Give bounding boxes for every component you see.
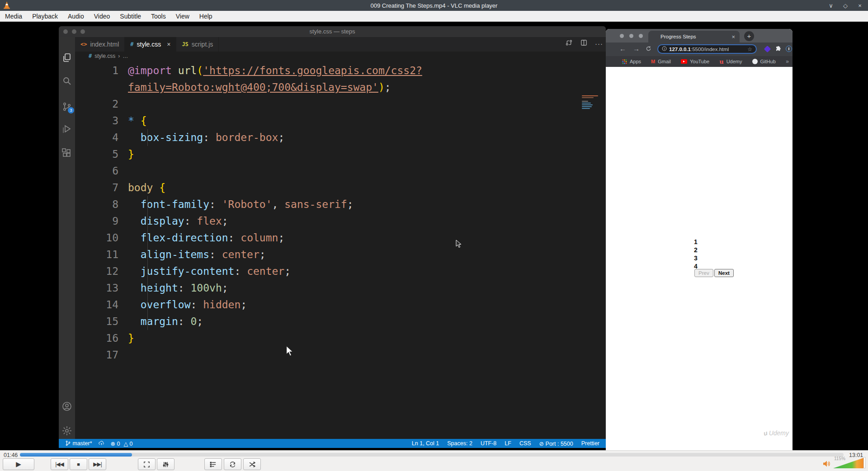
account-icon[interactable] [61, 401, 72, 412]
next-button[interactable]: Next [714, 269, 734, 277]
traffic-light-close-icon[interactable] [620, 34, 624, 38]
settings-gear-icon[interactable] [61, 425, 72, 436]
bookmark-github[interactable]: GitHub [752, 59, 776, 64]
extended-settings-button[interactable] [157, 458, 175, 470]
video-surface[interactable]: style.css — steps 3 [0, 22, 868, 450]
tab-style-css[interactable]: # style.css × [125, 37, 176, 52]
bookmark-youtube[interactable]: YouTube [681, 59, 709, 64]
menu-help[interactable]: Help [194, 13, 217, 20]
git-branch-status[interactable]: master* [65, 440, 92, 447]
next-button[interactable]: ▶▶| [89, 458, 106, 470]
loop-button[interactable] [224, 458, 241, 470]
line-number: 17 [75, 347, 118, 363]
source-control-icon[interactable]: 3 [61, 101, 72, 112]
vscode-status-bar: master* ⊗ 0 △ 0 Ln 1, Col 1Spaces: 2UTF-… [59, 439, 606, 448]
back-icon[interactable]: ← [619, 45, 626, 52]
chevron-right-icon: › [118, 53, 120, 59]
publish-changes-icon[interactable] [99, 440, 104, 447]
tab-script-js[interactable]: JS script.js [176, 37, 219, 52]
errors-status[interactable]: ⊗ 0 [111, 440, 120, 447]
volume-speaker-icon[interactable] [823, 460, 831, 467]
search-icon[interactable] [61, 75, 72, 86]
extension-icon[interactable] [764, 46, 771, 53]
bookmarks-overflow-icon[interactable]: » [786, 58, 789, 65]
browser-menu-icon[interactable] [786, 46, 792, 52]
html-file-icon: <> [80, 41, 87, 47]
line-number: 4 [75, 129, 118, 146]
run-debug-icon[interactable] [61, 124, 72, 135]
shuffle-button[interactable] [243, 458, 261, 470]
vlc-window: 009 Creating The Steps.mp4 - VLC media p… [0, 0, 868, 471]
forward-icon[interactable]: → [633, 45, 640, 52]
bookmark-udemy[interactable]: u Udemy [719, 58, 742, 65]
status-item[interactable]: Spaces: 2 [447, 440, 472, 447]
status-item[interactable]: CSS [519, 440, 531, 447]
stop-button[interactable]: ■ [70, 458, 87, 470]
seek-bar[interactable] [20, 453, 844, 457]
tab-close-icon[interactable]: × [167, 41, 170, 48]
url-text: 127.0.0.1:5500/index.html [669, 47, 729, 52]
code-line: 6 [75, 163, 606, 179]
open-changes-icon[interactable] [565, 39, 573, 48]
status-item[interactable]: Prettier [581, 440, 599, 447]
css-file-icon: # [130, 41, 133, 47]
status-item[interactable]: Ln 1, Col 1 [412, 440, 439, 447]
warnings-status[interactable]: △ 0 [123, 440, 132, 447]
bookmark-gmail[interactable]: M Gmail [651, 59, 671, 64]
udemy-icon: u [719, 58, 723, 65]
extensions-icon[interactable] [61, 148, 72, 159]
code-line: 8 font-family: 'Roboto', sans-serif; [75, 196, 606, 213]
close-button[interactable]: × [856, 2, 863, 9]
bookmark-star-icon[interactable]: ☆ [747, 46, 752, 52]
line-number: 14 [75, 297, 118, 313]
menu-video[interactable]: Video [89, 13, 115, 20]
volume-percent: 115% [834, 456, 845, 461]
step-number: 2 [693, 246, 698, 254]
vscode-window-title: style.css — steps [59, 28, 606, 35]
menu-audio[interactable]: Audio [63, 13, 89, 20]
code-editor[interactable]: 1@import url('https://fonts.googleapis.c… [75, 62, 606, 439]
menu-subtitle[interactable]: Subtitle [115, 13, 146, 20]
menu-view[interactable]: View [171, 13, 194, 20]
maximize-button[interactable]: ◇ [842, 2, 849, 9]
line-number: 10 [75, 230, 118, 246]
previous-button[interactable]: |◀◀ [51, 458, 68, 470]
web-page[interactable]: 1234 Prev Next uUdemy [606, 67, 793, 450]
code-line: 15 margin: 0; [75, 313, 606, 330]
line-number: 15 [75, 313, 118, 330]
youtube-icon [681, 59, 687, 64]
step-number: 1 [693, 238, 698, 246]
address-bar[interactable]: 127.0.0.1:5500/index.html ☆ [657, 44, 757, 54]
play-button[interactable]: ▶ [3, 458, 34, 470]
breadcrumb[interactable]: # style.css › … [75, 52, 606, 61]
tab-label: index.html [90, 41, 119, 48]
bookmark-apps[interactable]: Apps [622, 59, 641, 64]
line-number: 16 [75, 330, 118, 347]
explorer-icon[interactable] [61, 52, 72, 63]
status-item[interactable]: LF [505, 440, 511, 447]
vscode-titlebar: style.css — steps [59, 26, 606, 37]
new-tab-button[interactable]: + [744, 31, 754, 41]
extensions-puzzle-icon[interactable] [775, 46, 782, 54]
traffic-light-zoom-icon[interactable] [639, 34, 643, 38]
code-line: family=Roboto:wght@400;700&display=swap'… [75, 79, 606, 96]
volume-slider-handle[interactable] [863, 457, 866, 468]
split-editor-icon[interactable] [580, 39, 588, 48]
prev-button[interactable]: Prev [694, 269, 713, 277]
reload-icon[interactable] [646, 45, 651, 53]
fullscreen-button[interactable] [138, 458, 156, 470]
more-actions-icon[interactable]: ··· [595, 40, 603, 47]
menu-media[interactable]: Media [0, 13, 27, 20]
site-info-icon[interactable] [662, 46, 667, 52]
status-item[interactable]: UTF-8 [481, 440, 496, 447]
menu-tools[interactable]: Tools [146, 13, 171, 20]
tab-index-html[interactable]: <> index.html [75, 37, 125, 52]
tab-close-icon[interactable]: × [731, 33, 735, 40]
browser-tab[interactable]: Progress Steps × [648, 31, 740, 42]
minimap[interactable] [582, 95, 599, 112]
traffic-light-minimize-icon[interactable] [629, 34, 633, 38]
playlist-button[interactable] [204, 458, 222, 470]
menu-playback[interactable]: Playback [27, 13, 63, 20]
status-item[interactable]: ⊘ Port : 5500 [539, 440, 573, 447]
minimize-button[interactable]: ∨ [827, 2, 835, 9]
